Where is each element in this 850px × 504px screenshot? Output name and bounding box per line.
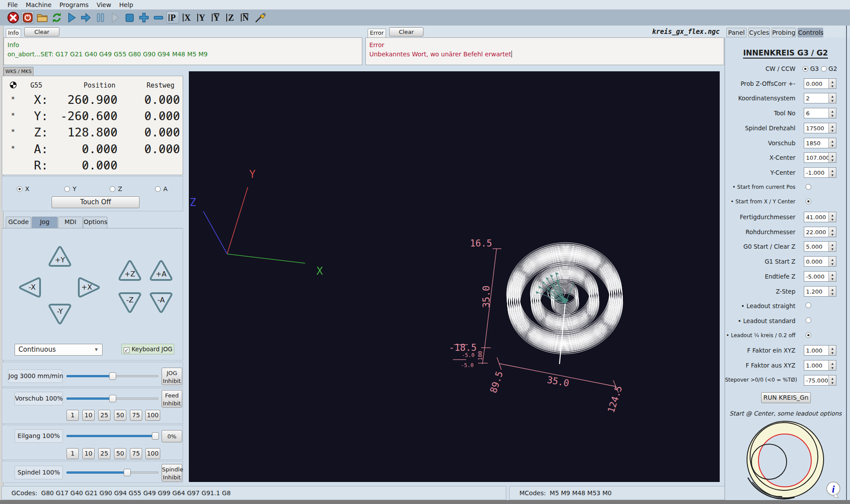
axis-radio-x[interactable]: X <box>17 185 29 192</box>
tab-error[interactable]: Error <box>368 29 386 37</box>
menu-view[interactable]: View <box>92 1 115 8</box>
reload-icon[interactable] <box>51 11 63 24</box>
open-file-icon[interactable] <box>36 11 48 24</box>
vorschub-inhibit-button[interactable]: FeedInhibit <box>162 390 182 408</box>
view-z-icon[interactable]: Z <box>225 11 237 24</box>
jog-button-plusA[interactable]: +A <box>149 258 173 281</box>
toolpath-preview[interactable]: YXZ16.535.0-18.5-5.0-5.010089.535.0124.5 <box>189 71 720 482</box>
param-radio[interactable] <box>806 317 811 323</box>
param-label: F Faktor ein XYZ <box>725 347 795 354</box>
param-radio[interactable] <box>806 302 811 308</box>
jog-button-plusY[interactable]: +Y <box>48 244 72 267</box>
param-radio[interactable] <box>806 184 811 190</box>
menu-machine[interactable]: Machine <box>22 1 55 8</box>
param-input[interactable]: 1850▲▼ <box>804 138 836 148</box>
tab-options[interactable]: Options <box>83 217 107 228</box>
jog-button-minusX[interactable]: -X <box>18 276 42 299</box>
tab-probing[interactable]: Probing <box>772 28 796 37</box>
tab-wks-mks[interactable]: WKS / MKS <box>4 67 33 76</box>
machine-on-icon[interactable] <box>22 11 34 24</box>
tab-controls[interactable]: Controls <box>798 28 823 37</box>
param-input[interactable]: 0.000▲▼ <box>804 78 836 89</box>
tab-band <box>0 26 850 37</box>
info-clear-button[interactable]: Clear <box>24 27 59 37</box>
jog-inhibit-button[interactable]: JOGInhibit <box>162 368 182 385</box>
eilgang-slider-handle[interactable] <box>152 432 159 440</box>
menu-programs[interactable]: Programs <box>55 1 92 8</box>
jog-button-minusA[interactable]: -A <box>149 292 173 315</box>
error-line1: Error <box>369 40 720 50</box>
keyboard-jog-checkbox[interactable]: ✓Keyboard JOG <box>121 344 174 354</box>
param-input[interactable]: 0.000▲▼ <box>804 256 836 267</box>
zoom-in-icon[interactable] <box>138 11 150 24</box>
vorschub-pct-1[interactable]: 1 <box>66 410 79 421</box>
spindel-inhibit-button[interactable]: SpindleInhibit <box>162 464 182 482</box>
tab-panel[interactable]: Panel <box>726 28 747 37</box>
svg-text:-Y: -Y <box>57 307 63 316</box>
eilgang-pct-10[interactable]: 10 <box>82 448 95 459</box>
vorschub-pct-25[interactable]: 25 <box>98 410 110 421</box>
param-input[interactable]: -1.000▲▼ <box>804 167 836 178</box>
view-y2-icon[interactable]: Y <box>210 11 223 24</box>
clear-plot-icon[interactable] <box>254 11 266 24</box>
param-input[interactable]: 17500▲▼ <box>804 123 836 133</box>
view-y-icon[interactable]: Y <box>196 11 208 24</box>
view-z2-icon[interactable]: N <box>239 11 252 24</box>
param-input[interactable]: 1.000▲▼ <box>804 345 836 356</box>
vorschub-pct-10[interactable]: 10 <box>82 410 95 421</box>
view-p-icon[interactable]: P <box>167 11 179 24</box>
estop-icon[interactable] <box>7 11 19 24</box>
run-from-line-icon[interactable] <box>109 11 121 24</box>
run-step-icon[interactable] <box>80 11 92 24</box>
param-radio[interactable] <box>806 199 811 204</box>
svg-text:i: i <box>832 483 835 495</box>
g3-g2-radios[interactable]: G3 G2 <box>802 65 837 72</box>
param-input[interactable]: 41.000▲▼ <box>804 212 836 222</box>
tab-mdi[interactable]: MDI <box>58 217 83 228</box>
param-input[interactable]: 1.200▲▼ <box>804 286 836 297</box>
axis-radio-y[interactable]: Y <box>64 185 77 192</box>
tab-cycles[interactable]: Cycles <box>748 28 770 37</box>
tab-jog[interactable]: Jog <box>32 217 58 228</box>
vorschub-slider-handle[interactable] <box>109 395 116 402</box>
param-input[interactable]: 107.000▲▼ <box>804 152 836 163</box>
jog-button-plusX[interactable]: +X <box>77 276 101 299</box>
param-input[interactable]: -5.000▲▼ <box>804 271 836 282</box>
param-input[interactable]: 2▲▼ <box>804 93 836 103</box>
touch-off-button[interactable]: Touch Off <box>52 196 140 208</box>
jog-button-minusZ[interactable]: -Z <box>118 292 142 315</box>
axis-radio-a[interactable]: A <box>155 185 168 192</box>
eilgang-pct-1[interactable]: 1 <box>66 448 79 459</box>
eilgang-pct-100[interactable]: 100 <box>145 448 160 459</box>
pause-icon[interactable] <box>94 11 107 24</box>
axis-radio-z[interactable]: Z <box>110 185 122 192</box>
jog-slider-handle[interactable] <box>109 372 116 380</box>
param-input[interactable]: 5.000▲▼ <box>804 241 836 252</box>
error-clear-button[interactable]: Clear <box>389 27 423 37</box>
view-x-icon[interactable]: X <box>181 11 194 24</box>
spindel-slider-handle[interactable] <box>124 469 131 476</box>
vorschub-pct-100[interactable]: 100 <box>145 410 160 421</box>
param-input[interactable]: 6▲▼ <box>804 108 836 118</box>
param-input[interactable]: -75.000▲▼ <box>804 375 836 386</box>
menu-file[interactable]: File <box>4 1 22 8</box>
jog-button-plusZ[interactable]: +Z <box>118 258 142 281</box>
stop-icon[interactable] <box>123 11 136 24</box>
vorschub-pct-75[interactable]: 75 <box>130 410 142 421</box>
eilgang-inhibit-button[interactable]: 0% <box>162 430 182 442</box>
param-input[interactable]: 1.000▲▼ <box>804 360 836 371</box>
menu-help[interactable]: Help <box>115 1 137 8</box>
param-input[interactable]: 22.000▲▼ <box>804 227 836 237</box>
eilgang-pct-25[interactable]: 25 <box>98 448 110 459</box>
jog-button-minusY[interactable]: -Y <box>48 303 72 326</box>
run-icon[interactable] <box>65 11 77 24</box>
tab-info[interactable]: Info <box>6 29 21 37</box>
zoom-out-icon[interactable] <box>152 11 165 24</box>
eilgang-pct-75[interactable]: 75 <box>130 448 142 459</box>
tab-gcode[interactable]: GCode <box>6 217 31 228</box>
param-radio[interactable] <box>806 332 811 338</box>
jog-mode-select[interactable]: Continuous <box>15 344 103 356</box>
eilgang-pct-50[interactable]: 50 <box>114 448 126 459</box>
vorschub-pct-50[interactable]: 50 <box>114 410 126 421</box>
run-kreis-button[interactable]: RUN KREIS_Gn <box>761 392 811 403</box>
